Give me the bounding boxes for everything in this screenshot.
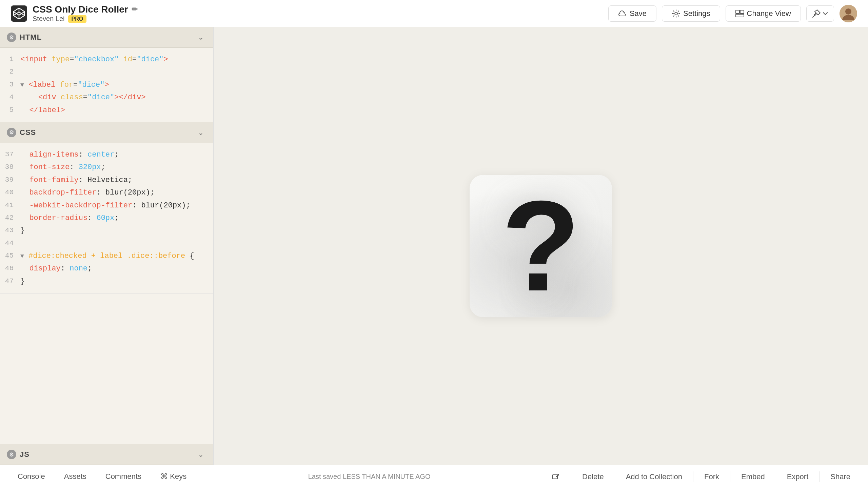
header-right: Save Settings Change View	[608, 5, 857, 22]
css-line-41: 41 -webkit-backdrop-filter: blur(20px);	[0, 199, 213, 212]
divider-3	[693, 471, 693, 482]
html-line-3: 3 ▼ <label for="dice">	[0, 79, 213, 91]
css-section-header-left: ⚙ CSS	[7, 128, 36, 137]
css-collapse-button[interactable]: ⌄	[195, 127, 206, 138]
tab-assets[interactable]: Assets	[55, 469, 96, 484]
tab-comments-label: Comments	[105, 472, 141, 481]
share-button[interactable]: Share	[821, 470, 860, 484]
delete-label: Delete	[582, 472, 604, 481]
delete-button[interactable]: Delete	[573, 470, 613, 484]
edit-icon[interactable]: ✏	[132, 5, 138, 14]
open-new-tab-button[interactable]	[542, 470, 570, 484]
html-section-header-left: ⚙ HTML	[7, 33, 42, 42]
css-settings-icon[interactable]: ⚙	[7, 128, 16, 137]
fork-label: Fork	[704, 472, 719, 481]
preview-panel: ?	[214, 27, 868, 465]
css-line-46: 46 display: none;	[0, 262, 213, 275]
html-section-title: HTML	[20, 33, 42, 42]
html-line-4: 4 <div class="dice"></div>	[0, 91, 213, 104]
export-label: Export	[787, 472, 809, 481]
save-button[interactable]: Save	[608, 5, 656, 22]
tab-keys-label: ⌘ Keys	[160, 472, 186, 481]
title-block: CSS Only Dice Roller ✏ Steven Lei PRO	[33, 4, 138, 23]
cloud-icon	[618, 10, 627, 17]
settings-icon	[672, 9, 680, 18]
html-line-2: 2	[0, 66, 213, 78]
user-avatar-image	[840, 5, 857, 22]
css-line-44: 44	[0, 237, 213, 250]
divider-1	[571, 471, 571, 482]
html-line-5: 5 </label>	[0, 104, 213, 117]
embed-button[interactable]: Embed	[732, 470, 774, 484]
html-section-header: ⚙ HTML ⌄	[0, 27, 213, 48]
open-new-tab-icon	[552, 473, 560, 481]
preview-content: ?	[214, 27, 868, 465]
add-to-collection-button[interactable]: Add to Collection	[616, 470, 692, 484]
header: CSS Only Dice Roller ✏ Steven Lei PRO Sa…	[0, 0, 868, 27]
author-name: Steven Lei	[33, 15, 65, 23]
change-view-button[interactable]: Change View	[726, 5, 801, 22]
dice-preview-container: ?	[470, 175, 612, 317]
css-line-42: 42 border-radius: 60px;	[0, 212, 213, 224]
css-line-43: 43 }	[0, 224, 213, 237]
css-line-45: 45 ▼ #dice:checked + label .dice::before…	[0, 250, 213, 262]
pin-button[interactable]	[806, 5, 834, 22]
js-section-title: JS	[20, 450, 29, 459]
tab-keys[interactable]: ⌘ Keys	[151, 469, 196, 484]
css-section: ⚙ CSS ⌄ 37 align-items: center; 38 font-…	[0, 122, 213, 293]
css-section-header: ⚙ CSS ⌄	[0, 122, 213, 143]
css-line-37: 37 align-items: center;	[0, 148, 213, 161]
export-button[interactable]: Export	[777, 470, 818, 484]
settings-label: Settings	[683, 9, 710, 18]
html-code-area[interactable]: 1 <input type="checkbox" id="dice"> 2 3 …	[0, 48, 213, 122]
embed-label: Embed	[741, 472, 765, 481]
svg-rect-9	[736, 10, 739, 14]
fork-button[interactable]: Fork	[695, 470, 729, 484]
editor-panel: ⚙ HTML ⌄ 1 <input type="checkbox" id="di…	[0, 27, 214, 465]
codepen-logo-icon	[11, 5, 27, 22]
css-line-47: 47 }	[0, 275, 213, 288]
html-line-1: 1 <input type="checkbox" id="dice">	[0, 53, 213, 66]
bottom-bar: Console Assets Comments ⌘ Keys Last save…	[0, 465, 868, 488]
pen-title-text: CSS Only Dice Roller	[33, 4, 128, 15]
js-settings-icon[interactable]: ⚙	[7, 450, 16, 459]
dice-question-mark: ?	[501, 182, 580, 310]
header-left: CSS Only Dice Roller ✏ Steven Lei PRO	[11, 4, 138, 23]
css-line-38: 38 font-size: 320px;	[0, 161, 213, 174]
chevron-down-icon	[822, 11, 828, 17]
js-section-header-left: ⚙ JS	[7, 450, 29, 459]
add-to-collection-label: Add to Collection	[626, 472, 682, 481]
js-section-header: ⚙ JS ⌄	[0, 444, 213, 465]
html-collapse-button[interactable]: ⌄	[195, 32, 206, 43]
author-row: Steven Lei PRO	[33, 15, 138, 23]
pro-badge: PRO	[68, 15, 87, 23]
css-line-40: 40 backdrop-filter: blur(20px);	[0, 186, 213, 199]
html-settings-icon[interactable]: ⚙	[7, 33, 16, 42]
svg-point-8	[675, 12, 677, 15]
css-line-39: 39 font-family: Helvetica;	[0, 174, 213, 186]
css-section-title: CSS	[20, 128, 36, 137]
svg-line-12	[813, 15, 815, 17]
divider-5	[776, 471, 776, 482]
js-section: ⚙ JS ⌄	[0, 444, 213, 465]
main-content: ⚙ HTML ⌄ 1 <input type="checkbox" id="di…	[0, 27, 868, 465]
tab-comments[interactable]: Comments	[96, 469, 151, 484]
js-collapse-button[interactable]: ⌄	[195, 449, 206, 460]
tab-console[interactable]: Console	[8, 469, 55, 484]
divider-6	[819, 471, 820, 482]
html-section: ⚙ HTML ⌄ 1 <input type="checkbox" id="di…	[0, 27, 213, 122]
svg-rect-15	[553, 475, 557, 479]
settings-button[interactable]: Settings	[662, 5, 720, 22]
change-view-label: Change View	[747, 9, 791, 18]
bottom-actions: Delete Add to Collection Fork Embed Expo…	[542, 470, 860, 484]
tab-console-label: Console	[18, 472, 45, 481]
bottom-tabs: Console Assets Comments ⌘ Keys	[8, 469, 196, 484]
css-code-area[interactable]: 37 align-items: center; 38 font-size: 32…	[0, 143, 213, 293]
pen-title: CSS Only Dice Roller ✏	[33, 4, 138, 15]
avatar[interactable]	[840, 5, 857, 22]
save-label: Save	[630, 9, 647, 18]
svg-rect-10	[740, 10, 744, 14]
divider-4	[730, 471, 730, 482]
svg-rect-11	[736, 14, 744, 17]
save-status-text: Last saved LESS THAN A MINUTE AGO	[308, 473, 431, 480]
